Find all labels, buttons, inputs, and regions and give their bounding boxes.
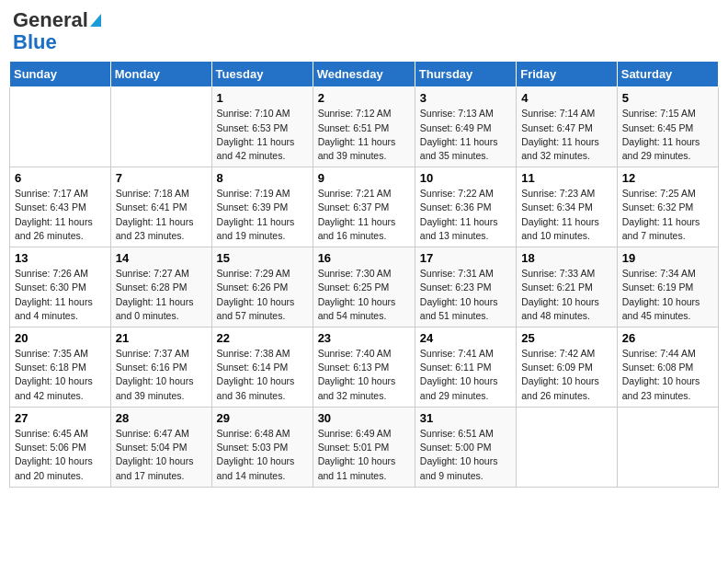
day-number: 8 bbox=[217, 171, 308, 185]
day-number: 1 bbox=[217, 91, 308, 105]
week-row-1: 1Sunrise: 7:10 AM Sunset: 6:53 PM Daylig… bbox=[10, 87, 719, 167]
day-info: Sunrise: 6:47 AM Sunset: 5:04 PM Dayligh… bbox=[116, 427, 207, 483]
calendar-cell: 16Sunrise: 7:30 AM Sunset: 6:25 PM Dayli… bbox=[313, 247, 415, 327]
day-number: 17 bbox=[420, 251, 511, 265]
day-number: 28 bbox=[116, 411, 207, 425]
day-number: 3 bbox=[420, 91, 511, 105]
day-info: Sunrise: 7:12 AM Sunset: 6:51 PM Dayligh… bbox=[318, 107, 410, 163]
day-number: 15 bbox=[217, 251, 308, 265]
header-row: SundayMondayTuesdayWednesdayThursdayFrid… bbox=[10, 62, 719, 87]
calendar-cell bbox=[10, 87, 111, 167]
day-number: 25 bbox=[521, 331, 612, 345]
day-number: 30 bbox=[318, 411, 410, 425]
week-row-5: 27Sunrise: 6:45 AM Sunset: 5:06 PM Dayli… bbox=[10, 407, 719, 487]
day-info: Sunrise: 7:30 AM Sunset: 6:25 PM Dayligh… bbox=[318, 267, 410, 323]
day-info: Sunrise: 7:34 AM Sunset: 6:19 PM Dayligh… bbox=[622, 267, 713, 323]
day-header-saturday: Saturday bbox=[617, 62, 718, 87]
calendar-cell: 2Sunrise: 7:12 AM Sunset: 6:51 PM Daylig… bbox=[313, 87, 415, 167]
day-number: 5 bbox=[622, 91, 713, 105]
calendar-cell: 26Sunrise: 7:44 AM Sunset: 6:08 PM Dayli… bbox=[617, 327, 718, 408]
day-number: 27 bbox=[15, 411, 106, 425]
week-row-3: 13Sunrise: 7:26 AM Sunset: 6:30 PM Dayli… bbox=[10, 247, 719, 327]
day-info: Sunrise: 7:13 AM Sunset: 6:49 PM Dayligh… bbox=[420, 107, 511, 163]
day-number: 19 bbox=[622, 251, 713, 265]
calendar-cell: 10Sunrise: 7:22 AM Sunset: 6:36 PM Dayli… bbox=[415, 167, 516, 247]
day-info: Sunrise: 7:26 AM Sunset: 6:30 PM Dayligh… bbox=[15, 267, 106, 323]
calendar-cell: 15Sunrise: 7:29 AM Sunset: 6:26 PM Dayli… bbox=[211, 247, 313, 327]
day-number: 22 bbox=[217, 331, 308, 345]
day-header-wednesday: Wednesday bbox=[313, 62, 415, 87]
day-number: 31 bbox=[420, 411, 511, 425]
calendar-cell: 30Sunrise: 6:49 AM Sunset: 5:01 PM Dayli… bbox=[313, 407, 415, 487]
day-number: 20 bbox=[15, 331, 106, 345]
calendar-cell: 12Sunrise: 7:25 AM Sunset: 6:32 PM Dayli… bbox=[617, 167, 718, 247]
calendar-cell: 22Sunrise: 7:38 AM Sunset: 6:14 PM Dayli… bbox=[211, 327, 313, 408]
calendar-cell: 31Sunrise: 6:51 AM Sunset: 5:00 PM Dayli… bbox=[415, 407, 516, 487]
day-number: 24 bbox=[420, 331, 511, 345]
day-info: Sunrise: 7:22 AM Sunset: 6:36 PM Dayligh… bbox=[420, 187, 511, 243]
calendar-cell bbox=[517, 407, 618, 487]
calendar-cell: 3Sunrise: 7:13 AM Sunset: 6:49 PM Daylig… bbox=[415, 87, 516, 167]
calendar-cell bbox=[617, 407, 718, 487]
day-info: Sunrise: 7:10 AM Sunset: 6:53 PM Dayligh… bbox=[217, 107, 308, 163]
calendar-cell: 21Sunrise: 7:37 AM Sunset: 6:16 PM Dayli… bbox=[110, 327, 211, 408]
logo-general: General bbox=[13, 9, 88, 31]
day-number: 16 bbox=[318, 251, 410, 265]
day-info: Sunrise: 6:49 AM Sunset: 5:01 PM Dayligh… bbox=[318, 427, 410, 483]
day-info: Sunrise: 7:35 AM Sunset: 6:18 PM Dayligh… bbox=[15, 347, 106, 403]
day-header-thursday: Thursday bbox=[415, 62, 516, 87]
day-header-friday: Friday bbox=[517, 62, 618, 87]
day-number: 29 bbox=[217, 411, 308, 425]
day-number: 7 bbox=[116, 171, 207, 185]
day-info: Sunrise: 7:15 AM Sunset: 6:45 PM Dayligh… bbox=[622, 107, 713, 163]
calendar-cell: 11Sunrise: 7:23 AM Sunset: 6:34 PM Dayli… bbox=[517, 167, 618, 247]
calendar-cell: 20Sunrise: 7:35 AM Sunset: 6:18 PM Dayli… bbox=[10, 327, 111, 408]
week-row-4: 20Sunrise: 7:35 AM Sunset: 6:18 PM Dayli… bbox=[10, 327, 719, 408]
day-info: Sunrise: 7:21 AM Sunset: 6:37 PM Dayligh… bbox=[318, 187, 410, 243]
day-info: Sunrise: 7:17 AM Sunset: 6:43 PM Dayligh… bbox=[15, 187, 106, 243]
calendar-table: SundayMondayTuesdayWednesdayThursdayFrid… bbox=[9, 61, 719, 487]
week-row-2: 6Sunrise: 7:17 AM Sunset: 6:43 PM Daylig… bbox=[10, 167, 719, 247]
calendar-cell: 27Sunrise: 6:45 AM Sunset: 5:06 PM Dayli… bbox=[10, 407, 111, 487]
day-info: Sunrise: 7:37 AM Sunset: 6:16 PM Dayligh… bbox=[116, 347, 207, 403]
day-number: 2 bbox=[318, 91, 410, 105]
day-info: Sunrise: 7:42 AM Sunset: 6:09 PM Dayligh… bbox=[521, 347, 612, 403]
day-number: 13 bbox=[15, 251, 106, 265]
calendar-cell: 18Sunrise: 7:33 AM Sunset: 6:21 PM Dayli… bbox=[517, 247, 618, 327]
day-number: 9 bbox=[318, 171, 410, 185]
day-info: Sunrise: 7:14 AM Sunset: 6:47 PM Dayligh… bbox=[521, 107, 612, 163]
calendar-cell: 19Sunrise: 7:34 AM Sunset: 6:19 PM Dayli… bbox=[617, 247, 718, 327]
day-info: Sunrise: 6:51 AM Sunset: 5:00 PM Dayligh… bbox=[420, 427, 511, 483]
calendar-cell: 9Sunrise: 7:21 AM Sunset: 6:37 PM Daylig… bbox=[313, 167, 415, 247]
day-info: Sunrise: 7:33 AM Sunset: 6:21 PM Dayligh… bbox=[521, 267, 612, 323]
day-header-monday: Monday bbox=[110, 62, 211, 87]
day-header-tuesday: Tuesday bbox=[211, 62, 313, 87]
calendar-cell: 24Sunrise: 7:41 AM Sunset: 6:11 PM Dayli… bbox=[415, 327, 516, 408]
calendar-cell: 5Sunrise: 7:15 AM Sunset: 6:45 PM Daylig… bbox=[617, 87, 718, 167]
day-info: Sunrise: 7:19 AM Sunset: 6:39 PM Dayligh… bbox=[217, 187, 308, 243]
calendar-cell: 6Sunrise: 7:17 AM Sunset: 6:43 PM Daylig… bbox=[10, 167, 111, 247]
day-number: 10 bbox=[420, 171, 511, 185]
day-info: Sunrise: 7:23 AM Sunset: 6:34 PM Dayligh… bbox=[521, 187, 612, 243]
calendar-cell: 4Sunrise: 7:14 AM Sunset: 6:47 PM Daylig… bbox=[517, 87, 618, 167]
day-number: 11 bbox=[521, 171, 612, 185]
day-info: Sunrise: 7:29 AM Sunset: 6:26 PM Dayligh… bbox=[217, 267, 308, 323]
day-info: Sunrise: 7:38 AM Sunset: 6:14 PM Dayligh… bbox=[217, 347, 308, 403]
logo-arrow-icon bbox=[90, 14, 101, 27]
day-number: 12 bbox=[622, 171, 713, 185]
day-info: Sunrise: 6:45 AM Sunset: 5:06 PM Dayligh… bbox=[15, 427, 106, 483]
logo: General Blue bbox=[13, 9, 101, 53]
day-info: Sunrise: 7:27 AM Sunset: 6:28 PM Dayligh… bbox=[116, 267, 207, 323]
logo-blue: Blue bbox=[13, 31, 57, 53]
day-info: Sunrise: 6:48 AM Sunset: 5:03 PM Dayligh… bbox=[217, 427, 308, 483]
calendar-cell: 28Sunrise: 6:47 AM Sunset: 5:04 PM Dayli… bbox=[110, 407, 211, 487]
day-number: 6 bbox=[15, 171, 106, 185]
day-number: 4 bbox=[521, 91, 612, 105]
calendar-cell: 25Sunrise: 7:42 AM Sunset: 6:09 PM Dayli… bbox=[517, 327, 618, 408]
calendar-cell: 8Sunrise: 7:19 AM Sunset: 6:39 PM Daylig… bbox=[211, 167, 313, 247]
calendar-cell: 14Sunrise: 7:27 AM Sunset: 6:28 PM Dayli… bbox=[110, 247, 211, 327]
day-info: Sunrise: 7:40 AM Sunset: 6:13 PM Dayligh… bbox=[318, 347, 410, 403]
calendar-cell: 13Sunrise: 7:26 AM Sunset: 6:30 PM Dayli… bbox=[10, 247, 111, 327]
calendar-cell bbox=[110, 87, 211, 167]
calendar-cell: 23Sunrise: 7:40 AM Sunset: 6:13 PM Dayli… bbox=[313, 327, 415, 408]
